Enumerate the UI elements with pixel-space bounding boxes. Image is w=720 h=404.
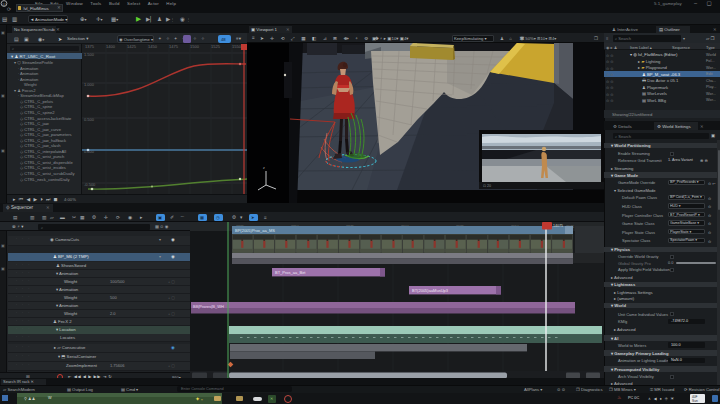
svg-text:1.500: 1.500 xyxy=(84,52,95,57)
svg-text:BT(2005)aaMusUp3: BT(2005)aaMusUp3 xyxy=(412,288,449,293)
svg-text:1550: 1550 xyxy=(232,44,242,49)
svg-text:14075: 14075 xyxy=(553,224,563,228)
svg-text:1.000: 1.000 xyxy=(84,82,95,87)
svg-text:B8(Prores(B_WH: B8(Prores(B_WH xyxy=(193,304,224,309)
svg-text:0.500: 0.500 xyxy=(84,117,95,122)
svg-text:1500: 1500 xyxy=(190,44,200,49)
svg-text:⊡ 20: ⊡ 20 xyxy=(483,184,491,188)
svg-text:1375: 1375 xyxy=(85,44,95,49)
svg-text:BP(2005)Prox_aa_MS: BP(2005)Prox_aa_MS xyxy=(235,228,275,233)
svg-text:z: z xyxy=(263,166,265,170)
svg-text:1475: 1475 xyxy=(169,44,179,49)
svg-text:1400: 1400 xyxy=(106,44,116,49)
svg-text:-0.500: -0.500 xyxy=(84,182,96,187)
svg-text:BT_Pros_aa_Birt: BT_Pros_aa_Birt xyxy=(275,270,306,275)
svg-text:1450: 1450 xyxy=(148,44,158,49)
svg-text:1525: 1525 xyxy=(211,44,221,49)
svg-text:U: U xyxy=(2,2,5,7)
svg-text:1425: 1425 xyxy=(127,44,137,49)
